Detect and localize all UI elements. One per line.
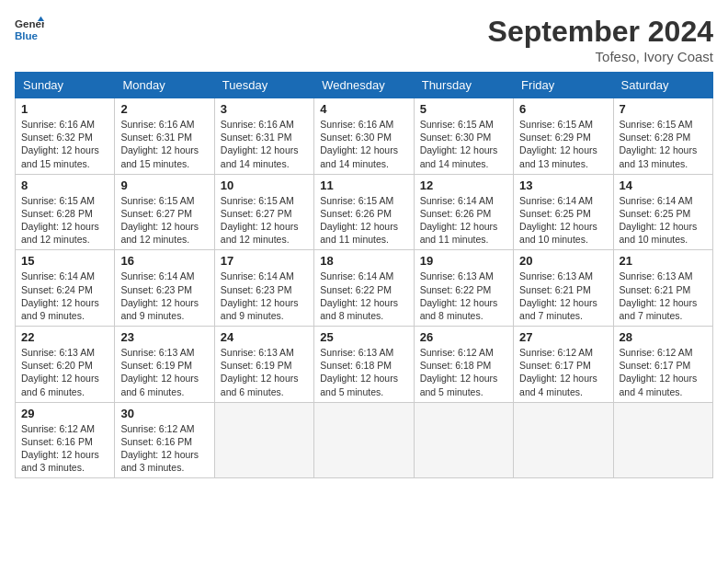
location: Tofeso, Ivory Coast [488,49,713,64]
day-info: Sunrise: 6:15 AM Sunset: 6:26 PM Dayligh… [320,194,407,247]
day-number: 29 [21,407,108,420]
day-info: Sunrise: 6:14 AM Sunset: 6:22 PM Dayligh… [320,270,407,322]
calendar-cell: 16 Sunrise: 6:14 AM Sunset: 6:23 PM Dayl… [115,250,214,327]
day-number: 1 [21,102,108,116]
header-tuesday: Tuesday [214,73,313,98]
header-monday: Monday [115,73,214,98]
day-number: 13 [519,178,607,192]
month-title: September 2024 [488,15,713,49]
day-info: Sunrise: 6:12 AM Sunset: 6:17 PM Dayligh… [519,346,607,398]
calendar-cell [214,402,313,478]
day-number: 27 [519,330,607,344]
day-number: 24 [221,330,308,344]
calendar-cell: 10 Sunrise: 6:15 AM Sunset: 6:27 PM Dayl… [214,174,313,250]
calendar-cell: 30 Sunrise: 6:12 AM Sunset: 6:16 PM Dayl… [115,402,214,478]
day-info: Sunrise: 6:12 AM Sunset: 6:18 PM Dayligh… [420,346,507,398]
calendar-cell: 1 Sunrise: 6:16 AM Sunset: 6:32 PM Dayli… [16,98,115,175]
calendar-table: Sunday Monday Tuesday Wednesday Thursday… [15,72,713,478]
day-info: Sunrise: 6:16 AM Sunset: 6:32 PM Dayligh… [21,118,108,170]
day-info: Sunrise: 6:14 AM Sunset: 6:23 PM Dayligh… [221,270,308,322]
header-thursday: Thursday [414,73,513,98]
day-info: Sunrise: 6:13 AM Sunset: 6:19 PM Dayligh… [221,346,308,398]
day-info: Sunrise: 6:15 AM Sunset: 6:27 PM Dayligh… [120,194,208,247]
calendar-cell: 19 Sunrise: 6:13 AM Sunset: 6:22 PM Dayl… [414,250,513,327]
day-number: 7 [620,102,707,116]
calendar-cell: 20 Sunrise: 6:13 AM Sunset: 6:21 PM Dayl… [514,250,613,327]
week-row-3: 15 Sunrise: 6:14 AM Sunset: 6:24 PM Dayl… [16,250,713,327]
logo-icon: General Blue [15,15,44,44]
day-info: Sunrise: 6:15 AM Sunset: 6:29 PM Dayligh… [519,118,607,170]
day-info: Sunrise: 6:16 AM Sunset: 6:31 PM Dayligh… [221,118,308,170]
day-info: Sunrise: 6:13 AM Sunset: 6:21 PM Dayligh… [620,270,707,322]
day-number: 12 [420,178,507,192]
day-number: 10 [221,178,308,192]
day-number: 4 [320,102,407,116]
day-number: 17 [221,254,308,268]
calendar-cell: 29 Sunrise: 6:12 AM Sunset: 6:16 PM Dayl… [16,402,115,478]
week-row-4: 22 Sunrise: 6:13 AM Sunset: 6:20 PM Dayl… [16,327,713,403]
page-header: General Blue September 2024 Tofeso, Ivor… [15,15,713,64]
title-block: September 2024 Tofeso, Ivory Coast [488,15,713,64]
header-friday: Friday [514,73,613,98]
calendar-cell: 6 Sunrise: 6:15 AM Sunset: 6:29 PM Dayli… [514,98,613,175]
day-info: Sunrise: 6:15 AM Sunset: 6:27 PM Dayligh… [221,194,308,247]
day-number: 26 [420,330,507,344]
day-info: Sunrise: 6:16 AM Sunset: 6:30 PM Dayligh… [320,118,407,170]
day-info: Sunrise: 6:12 AM Sunset: 6:16 PM Dayligh… [120,422,208,475]
calendar-cell [414,402,513,478]
day-info: Sunrise: 6:13 AM Sunset: 6:21 PM Dayligh… [519,270,607,322]
day-info: Sunrise: 6:13 AM Sunset: 6:19 PM Dayligh… [120,346,208,398]
week-row-1: 1 Sunrise: 6:16 AM Sunset: 6:32 PM Dayli… [16,98,713,175]
calendar-cell [613,402,712,478]
calendar-cell: 9 Sunrise: 6:15 AM Sunset: 6:27 PM Dayli… [115,174,214,250]
day-number: 9 [120,178,208,192]
day-number: 28 [620,330,707,344]
day-info: Sunrise: 6:14 AM Sunset: 6:25 PM Dayligh… [620,194,707,247]
day-info: Sunrise: 6:14 AM Sunset: 6:25 PM Dayligh… [519,194,607,247]
day-info: Sunrise: 6:16 AM Sunset: 6:31 PM Dayligh… [120,118,208,170]
calendar-cell: 7 Sunrise: 6:15 AM Sunset: 6:28 PM Dayli… [613,98,712,175]
calendar-cell: 22 Sunrise: 6:13 AM Sunset: 6:20 PM Dayl… [16,327,115,403]
calendar-cell: 4 Sunrise: 6:16 AM Sunset: 6:30 PM Dayli… [314,98,414,175]
calendar-cell: 26 Sunrise: 6:12 AM Sunset: 6:18 PM Dayl… [414,327,513,403]
day-info: Sunrise: 6:14 AM Sunset: 6:23 PM Dayligh… [120,270,208,322]
calendar-cell: 2 Sunrise: 6:16 AM Sunset: 6:31 PM Dayli… [115,98,214,175]
day-info: Sunrise: 6:14 AM Sunset: 6:24 PM Dayligh… [21,270,108,322]
week-row-5: 29 Sunrise: 6:12 AM Sunset: 6:16 PM Dayl… [16,402,713,478]
calendar-cell: 8 Sunrise: 6:15 AM Sunset: 6:28 PM Dayli… [16,174,115,250]
calendar-cell: 18 Sunrise: 6:14 AM Sunset: 6:22 PM Dayl… [314,250,414,327]
header-wednesday: Wednesday [314,73,414,98]
day-number: 3 [221,102,308,116]
calendar-cell: 5 Sunrise: 6:15 AM Sunset: 6:30 PM Dayli… [414,98,513,175]
day-info: Sunrise: 6:15 AM Sunset: 6:30 PM Dayligh… [420,118,507,170]
day-number: 23 [120,330,208,344]
day-number: 14 [620,178,707,192]
day-number: 19 [420,254,507,268]
day-number: 21 [620,254,707,268]
day-number: 15 [21,254,108,268]
day-number: 11 [320,178,407,192]
day-number: 20 [519,254,607,268]
calendar-cell: 27 Sunrise: 6:12 AM Sunset: 6:17 PM Dayl… [514,327,613,403]
day-info: Sunrise: 6:12 AM Sunset: 6:17 PM Dayligh… [620,346,707,398]
calendar-cell: 13 Sunrise: 6:14 AM Sunset: 6:25 PM Dayl… [514,174,613,250]
day-number: 5 [420,102,507,116]
week-row-2: 8 Sunrise: 6:15 AM Sunset: 6:28 PM Dayli… [16,174,713,250]
calendar-cell [514,402,613,478]
day-number: 25 [320,330,407,344]
calendar-cell: 11 Sunrise: 6:15 AM Sunset: 6:26 PM Dayl… [314,174,414,250]
day-number: 2 [120,102,208,116]
calendar-cell [314,402,414,478]
weekday-header-row: Sunday Monday Tuesday Wednesday Thursday… [16,73,713,98]
logo: General Blue [15,15,44,44]
header-sunday: Sunday [16,73,115,98]
day-info: Sunrise: 6:15 AM Sunset: 6:28 PM Dayligh… [21,194,108,247]
day-number: 16 [120,254,208,268]
day-number: 8 [21,178,108,192]
calendar-cell: 28 Sunrise: 6:12 AM Sunset: 6:17 PM Dayl… [613,327,712,403]
svg-text:Blue: Blue [15,30,39,41]
day-info: Sunrise: 6:13 AM Sunset: 6:20 PM Dayligh… [21,346,108,398]
day-number: 22 [21,330,108,344]
day-number: 18 [320,254,407,268]
day-info: Sunrise: 6:13 AM Sunset: 6:22 PM Dayligh… [420,270,507,322]
